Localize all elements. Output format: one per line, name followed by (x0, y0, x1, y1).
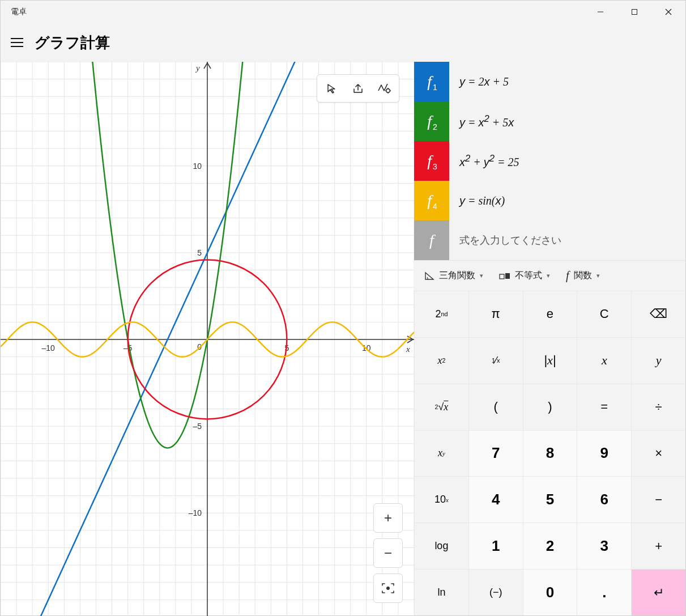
key-7[interactable]: 7 (468, 430, 523, 477)
header: グラフ計算 (1, 23, 685, 62)
svg-text:–10: –10 (189, 508, 202, 517)
key-y[interactable]: y (631, 337, 685, 384)
key-[interactable]: = (577, 384, 631, 430)
zoom-out-button[interactable]: − (373, 538, 403, 568)
trace-cursor-icon[interactable] (319, 78, 344, 99)
function-badge[interactable]: f1 (414, 62, 449, 101)
function-row-empty[interactable]: f式を入力してください (414, 220, 685, 260)
key-[interactable]: + (631, 522, 685, 569)
mode-title: グラフ計算 (35, 33, 110, 53)
key-1[interactable]: 1 (468, 522, 523, 569)
key-0[interactable]: 0 (523, 569, 577, 615)
svg-point-78 (386, 89, 390, 92)
key-e[interactable]: e (523, 291, 577, 337)
function-expression: y = x2 + 5x (449, 113, 514, 129)
chevron-down-icon: ▾ (480, 272, 483, 279)
key-[interactable]: ↵ (631, 569, 685, 615)
key-ln[interactable]: ln (414, 569, 468, 615)
angle-icon (424, 271, 434, 281)
function-list: f1y = 2x + 5f2y = x2 + 5xf3x2 + y2 = 25f… (414, 62, 685, 260)
right-pane: f1y = 2x + 5f2y = x2 + 5xf3x2 + y2 = 25f… (414, 62, 685, 615)
key-1x[interactable]: 1⁄x (468, 337, 523, 384)
key-10x[interactable]: 10 x (414, 476, 468, 522)
svg-rect-85 (505, 273, 510, 279)
minimize-button[interactable] (583, 1, 617, 23)
chevron-down-icon: ▾ (596, 272, 600, 279)
chevron-down-icon: ▾ (547, 272, 550, 279)
key-[interactable]: π (468, 291, 523, 337)
key-c[interactable]: C (577, 291, 631, 337)
maximize-button[interactable] (617, 1, 651, 23)
zoom-in-button[interactable]: + (373, 503, 403, 533)
key-[interactable]: − (631, 476, 685, 522)
key-8[interactable]: 8 (523, 430, 577, 477)
key-x2[interactable]: x2 (414, 337, 468, 384)
function-badge[interactable]: f2 (414, 101, 449, 141)
function-expression: x2 + y2 = 25 (449, 153, 519, 169)
key-[interactable]: ⌫ (631, 291, 685, 337)
svg-text:–5: –5 (193, 422, 202, 431)
key-x[interactable]: x (577, 337, 631, 384)
tab-functions[interactable]: f 関数▾ (566, 269, 600, 282)
key-[interactable]: ÷ (631, 384, 685, 430)
key-[interactable]: ) (523, 384, 577, 430)
graph-pane[interactable]: –10–5510–10–55100xy + − (1, 62, 414, 615)
function-badge[interactable]: f4 (414, 181, 449, 220)
tab-inequality[interactable]: 不等式▾ (499, 270, 550, 282)
svg-text:y: y (195, 63, 200, 73)
close-button[interactable] (651, 1, 685, 23)
function-expression: y = 2x + 5 (449, 75, 509, 88)
svg-rect-84 (500, 274, 504, 279)
inequality-icon (499, 272, 510, 280)
window-title: 電卓 (11, 7, 27, 17)
tab-trig[interactable]: 三角関数▾ (424, 270, 483, 282)
key-[interactable]: . (577, 569, 631, 615)
share-icon[interactable] (346, 78, 370, 99)
graph-canvas[interactable]: –10–5510–10–55100xy (1, 62, 414, 616)
titlebar: 電卓 (1, 1, 685, 23)
svg-point-83 (386, 587, 390, 590)
key-2x[interactable]: 2√x (414, 384, 468, 430)
svg-rect-1 (632, 10, 637, 15)
key-2nd[interactable]: 2nd (414, 291, 468, 337)
key-9[interactable]: 9 (577, 430, 631, 477)
keypad: 2ndπeC⌫x21⁄x|x|xy2√x()=÷x y789×10 x456−l… (414, 291, 685, 615)
function-input-placeholder[interactable]: 式を入力してください (449, 233, 561, 247)
function-row-2[interactable]: f2y = x2 + 5x (414, 101, 685, 141)
key-xy[interactable]: x y (414, 430, 468, 477)
graph-settings-icon[interactable] (372, 78, 397, 99)
key-log[interactable]: log (414, 522, 468, 569)
graph-toolbar (317, 74, 399, 103)
key-[interactable]: × (631, 430, 685, 477)
key-2[interactable]: 2 (523, 522, 577, 569)
key-4[interactable]: 4 (468, 476, 523, 522)
svg-text:5: 5 (197, 248, 202, 257)
function-badge[interactable]: f (414, 220, 449, 260)
key-6[interactable]: 6 (577, 476, 631, 522)
svg-text:x: x (406, 345, 410, 354)
function-row-1[interactable]: f1y = 2x + 5 (414, 62, 685, 101)
key-3[interactable]: 3 (577, 522, 631, 569)
function-row-3[interactable]: f3x2 + y2 = 25 (414, 141, 685, 181)
svg-text:10: 10 (193, 162, 202, 171)
svg-text:–10: –10 (42, 343, 56, 352)
function-badge[interactable]: f3 (414, 141, 449, 181)
key-[interactable]: ( (468, 384, 523, 430)
window-controls (583, 1, 685, 23)
key-5[interactable]: 5 (523, 476, 577, 522)
key-x[interactable]: |x| (523, 337, 577, 384)
key-[interactable]: (−) (468, 569, 523, 615)
zoom-controls: + − (373, 503, 403, 603)
menu-button[interactable] (11, 38, 23, 47)
function-row-4[interactable]: f4y = sin(x) (414, 181, 685, 220)
function-f-icon: f (566, 269, 569, 282)
zoom-fit-button[interactable] (373, 573, 403, 603)
function-expression: y = sin(x) (449, 194, 505, 207)
keypad-tabs: 三角関数▾ 不等式▾ f 関数▾ (414, 260, 685, 291)
